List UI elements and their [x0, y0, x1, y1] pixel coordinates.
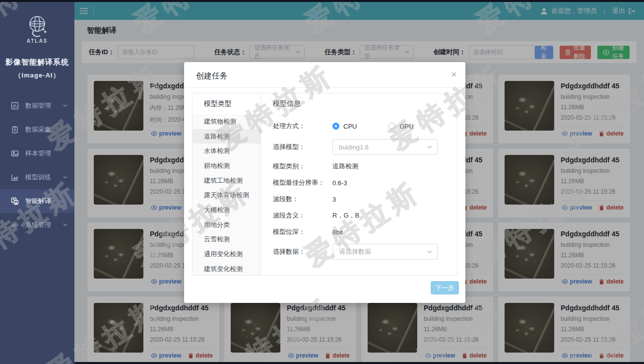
gpu-label: GPU	[399, 123, 413, 130]
sidebar-item-label: 样本管理	[25, 149, 51, 158]
window-bottom-edge	[74, 362, 644, 364]
model-info-form: 处理方式： CPU GPU	[261, 114, 457, 260]
model-type-item[interactable]: 建筑物检测	[193, 114, 260, 129]
chevron-down-icon	[63, 176, 67, 179]
bit-depth-value: 8bit	[332, 228, 343, 236]
model-type-item[interactable]: 建筑工地检测	[193, 173, 260, 188]
sidebar-item-model-training[interactable]: 模型训练	[0, 165, 74, 189]
gpu-radio[interactable]: GPU	[388, 123, 413, 130]
modal-title: 创建任务	[196, 72, 228, 80]
sidebar-item-data-collection[interactable]: 数据采集	[0, 118, 74, 142]
model-type-item[interactable]: 通用变化检测	[193, 247, 260, 262]
model-type-item[interactable]: 用地分类	[193, 218, 260, 232]
app-window: ATLAS 影像智能解译系统 （Image-AI） 数据管理 数据采集	[0, 0, 644, 364]
sidebar-item-label: 智能解译	[25, 197, 51, 206]
model-info-panel: 模型信息 处理方式： CPU GPU	[261, 93, 457, 275]
model-type-item[interactable]: 露天体育场检测	[193, 188, 260, 203]
logo-text: ATLAS	[27, 38, 48, 44]
clipboard-icon	[11, 126, 19, 134]
model-type-item[interactable]: 建筑变化检测	[193, 262, 260, 277]
sidebar-item-label: 系统管理	[25, 220, 51, 229]
select-model-label: 选择模型：	[273, 143, 332, 151]
model-type-panel: 模型类型 建筑物检测道路检测水体检测耕地检测建筑工地检测露天体育场检测大棚检测用…	[193, 93, 261, 275]
model-category-value: 道路检测	[332, 162, 358, 171]
model-type-item[interactable]: 大棚检测	[193, 203, 260, 218]
close-icon[interactable]: ×	[451, 70, 456, 79]
model-type-item[interactable]: 道路检测	[193, 129, 260, 144]
radio-unchecked-icon	[388, 123, 395, 130]
sidebar-item-data-management[interactable]: 数据管理	[0, 94, 74, 118]
area-chart-icon	[11, 173, 19, 182]
sidebar-item-sample-management[interactable]: 样本管理	[0, 142, 74, 165]
model-type-item[interactable]: 耕地检测	[193, 158, 260, 173]
gear-icon	[11, 221, 19, 229]
model-select-value: buiding1.6	[339, 144, 369, 151]
chevron-down-icon	[63, 223, 67, 226]
model-type-header: 模型类型	[193, 93, 260, 114]
radio-checked-icon	[332, 123, 339, 130]
band-count-value: 3	[332, 196, 336, 203]
create-task-modal: 创建任务 × 模型类型 建筑物检测道路检测水体检测耕地检测建筑工地检测露天体育场…	[184, 62, 465, 303]
process-mode-label: 处理方式：	[273, 122, 332, 131]
sidebar-item-system-management[interactable]: 系统管理	[0, 213, 74, 237]
model-type-list: 建筑物检测道路检测水体检测耕地检测建筑工地检测露天体育场检测大棚检测用地分类云雪…	[193, 114, 260, 277]
model-type-item[interactable]: 云雪检测	[193, 232, 260, 247]
cpu-label: CPU	[343, 123, 357, 130]
system-title: 影像智能解译系统	[0, 58, 74, 67]
band-count-label: 波段数：	[273, 195, 332, 204]
sidebar: ATLAS 影像智能解译系统 （Image-AI） 数据管理 数据采集	[0, 0, 74, 364]
band-meaning-value: R，G，B	[332, 211, 359, 220]
sidebar-item-label: 模型训练	[25, 173, 51, 182]
translate-icon	[11, 197, 19, 206]
chevron-down-icon	[427, 250, 432, 253]
next-step-button[interactable]: 下一步	[431, 281, 459, 294]
model-info-header: 模型信息	[261, 93, 457, 114]
band-meaning-label: 波段含义：	[273, 211, 332, 220]
cpu-radio[interactable]: CPU	[332, 123, 357, 130]
bar-chart-icon	[11, 102, 19, 110]
best-resolution-value: 0.6-3	[332, 179, 347, 187]
picture-icon	[11, 149, 19, 158]
chevron-down-icon	[427, 146, 432, 148]
model-type-item[interactable]: 水体检测	[193, 144, 260, 158]
system-subtitle: （Image-AI）	[0, 71, 74, 80]
sidebar-menu: 数据管理 数据采集 样本管理 模型训练	[0, 94, 74, 237]
sidebar-item-label: 数据采集	[25, 125, 51, 134]
window-top-edge	[0, 0, 644, 2]
model-select[interactable]: buiding1.6	[332, 139, 438, 155]
atlas-logo: ATLAS	[0, 0, 74, 51]
data-select-value: 请选择数据	[339, 247, 371, 256]
select-data-label: 选择数据：	[273, 247, 332, 256]
modal-header: 创建任务 ×	[184, 62, 465, 88]
sidebar-item-label: 数据管理	[25, 101, 51, 110]
modal-panel: 模型类型 建筑物检测道路检测水体检测耕地检测建筑工地检测露天体育场检测大棚检测用…	[192, 93, 457, 276]
best-resolution-label: 模型最佳分辨率：	[273, 178, 332, 187]
chevron-down-icon	[63, 104, 67, 107]
model-category-label: 模型类别：	[273, 162, 332, 171]
bit-depth-label: 模型位深：	[273, 227, 332, 236]
sidebar-item-smart-interpretation[interactable]: 智能解译	[0, 189, 74, 213]
data-select[interactable]: 请选择数据	[332, 244, 438, 260]
